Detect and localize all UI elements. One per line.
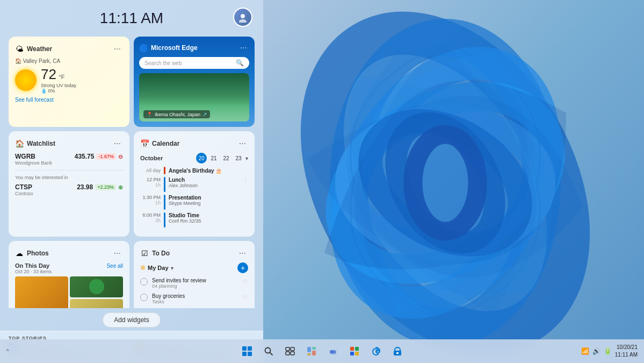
taskbar-chevron-icon[interactable]: ^	[6, 348, 9, 354]
edge-location-name: Ikema Ohashi, Japan	[155, 112, 200, 117]
edge-search-icon: 🔍	[236, 59, 244, 67]
store-icon	[393, 346, 402, 356]
photos-icon: ☁	[15, 249, 24, 258]
watchlist-title: Watchlist	[27, 140, 55, 147]
calendar-dates-row: 20 21 22 23 ▾	[196, 153, 248, 163]
weather-icon: 🌤	[15, 45, 24, 53]
todo-star-1[interactable]: ☆	[242, 277, 248, 285]
weather-location: 🏠 Valley Park, CA	[15, 58, 123, 64]
edge-more-button[interactable]: ···	[238, 42, 249, 54]
svg-rect-27	[355, 352, 359, 355]
calendar-event-name-studio: Studio Time	[169, 212, 201, 218]
store-button[interactable]	[388, 341, 407, 361]
photos-see-all-link[interactable]: See all	[106, 263, 123, 269]
photos-more-button[interactable]: ···	[112, 247, 123, 259]
taskbar-right: 📶 🔊 🔋 10/20/21 11:11 AM	[581, 344, 638, 359]
todo-myday-label: My Day	[148, 265, 169, 271]
stock-change-ctsp: +2.23%	[95, 184, 116, 190]
user-avatar[interactable]	[233, 8, 252, 27]
widgets-icon	[307, 346, 316, 356]
stock-symbol-wgrb: WGRB	[15, 153, 52, 160]
calendar-widget: 📅 Calendar ··· October 20 21 22 23 ▾ All…	[134, 131, 255, 237]
watchlist-suggest-text: You may be interested in	[15, 175, 123, 180]
photos-taskbar-button[interactable]	[345, 341, 364, 361]
edge-taskbar-button[interactable]	[366, 341, 386, 361]
todo-sun-icon: ✻	[140, 264, 146, 272]
watchlist-more-button[interactable]: ···	[112, 138, 123, 150]
calendar-allday-bar	[164, 167, 165, 174]
stock-price-ctsp: 23.98	[77, 183, 93, 191]
photos-taskbar-icon	[350, 346, 359, 356]
calendar-event-detail-presentation: Skype Meeting	[169, 201, 201, 206]
calendar-allday-name: Angela's Birthday 🎂	[169, 168, 222, 174]
calendar-month: October	[140, 155, 163, 161]
weather-more-button[interactable]: ···	[112, 43, 123, 55]
svg-rect-15	[291, 352, 294, 355]
task-view-icon	[285, 346, 295, 356]
weather-forecast-link[interactable]: See full forecast	[15, 97, 123, 103]
taskbar-center	[237, 341, 407, 361]
photo-thumb-1[interactable]	[15, 276, 68, 308]
weather-desc: Strong UV today	[41, 83, 76, 88]
start-button[interactable]	[237, 341, 257, 361]
todo-check-1[interactable]	[140, 278, 148, 286]
calendar-event-detail-lunch: Alex Johnson	[169, 183, 198, 188]
todo-check-2[interactable]	[140, 294, 148, 301]
weather-widget: 🌤 Weather ··· 🏠 Valley Park, CA 72 °F St…	[9, 37, 129, 127]
calendar-header: 📅 Calendar ···	[140, 138, 248, 150]
widgets-time: 11:11 AM	[100, 10, 163, 27]
weather-widget-header: 🌤 Weather ···	[15, 43, 123, 55]
volume-icon[interactable]: 🔊	[592, 347, 600, 355]
photos-title: Photos	[27, 250, 49, 257]
todo-item-text-1: Send invites for review	[152, 277, 238, 283]
task-view-button[interactable]	[280, 341, 300, 361]
svg-rect-25	[355, 347, 359, 351]
todo-more-button[interactable]: ···	[237, 247, 248, 259]
calendar-chevron-icon[interactable]: ▾	[245, 155, 248, 161]
calendar-allday-label: All day	[140, 168, 161, 173]
edge-location-bar: 📍 Ikema Ohashi, Japan ↗	[143, 110, 210, 118]
svg-rect-16	[307, 347, 311, 352]
todo-item-1: Send invites for review 04 planning ☆	[140, 277, 248, 289]
calendar-event-detail-studio: Conf Rm 32/35	[169, 218, 201, 224]
calendar-event-bar-presentation	[164, 195, 165, 210]
calendar-date-23[interactable]: 23	[233, 153, 244, 163]
stock-company-ctsp: Contoso	[15, 191, 33, 196]
calendar-date-22[interactable]: 22	[221, 153, 231, 163]
widgets-header: 11:11 AM	[0, 0, 263, 32]
todo-add-button[interactable]: +	[237, 262, 248, 273]
todo-icon: ☑	[140, 249, 149, 258]
chat-icon	[328, 346, 338, 356]
svg-point-8	[241, 14, 245, 18]
calendar-date-21[interactable]: 21	[208, 153, 219, 163]
taskbar-time: 11:11 AM	[615, 351, 638, 359]
svg-point-9	[239, 19, 247, 23]
widgets-button[interactable]	[302, 341, 321, 361]
edge-search-box[interactable]: Search the web 🔍	[139, 57, 249, 69]
svg-point-23	[330, 351, 336, 354]
desktop-swirl	[279, 11, 612, 355]
svg-line-11	[270, 353, 272, 355]
calendar-event-presentation: 1:30 PM 1h Presentation Skype Meeting	[140, 195, 248, 210]
calendar-icon: 📅	[140, 139, 149, 148]
todo-myday-header: ✻ My Day ▾ +	[140, 262, 248, 273]
watchlist-icon: 🏠	[15, 139, 24, 148]
add-widgets-button[interactable]: Add widgets	[103, 312, 160, 328]
taskbar-clock[interactable]: 10/20/21 11:11 AM	[615, 344, 638, 359]
photos-date: Oct 20 · 33 items	[15, 269, 123, 274]
search-button[interactable]	[259, 341, 278, 361]
photo-thumb-2[interactable]	[70, 276, 123, 297]
chat-button[interactable]	[323, 341, 343, 361]
todo-star-2[interactable]: ☆	[242, 293, 248, 301]
todo-item-sub-1: 04 planning	[152, 283, 238, 289]
photo-thumb-3[interactable]	[70, 299, 123, 308]
calendar-event-allday: All day Angela's Birthday 🎂	[140, 167, 248, 174]
wifi-icon[interactable]: 📶	[581, 347, 589, 355]
calendar-event-menu-lunch[interactable]: ⋮	[243, 177, 248, 183]
edge-widget-header: 🌀 Microsoft Edge ···	[139, 42, 249, 54]
search-icon	[264, 346, 273, 356]
calendar-more-button[interactable]: ···	[237, 138, 248, 150]
battery-icon[interactable]: 🔋	[604, 347, 612, 355]
svg-rect-18	[312, 351, 316, 355]
calendar-date-20[interactable]: 20	[196, 153, 207, 163]
